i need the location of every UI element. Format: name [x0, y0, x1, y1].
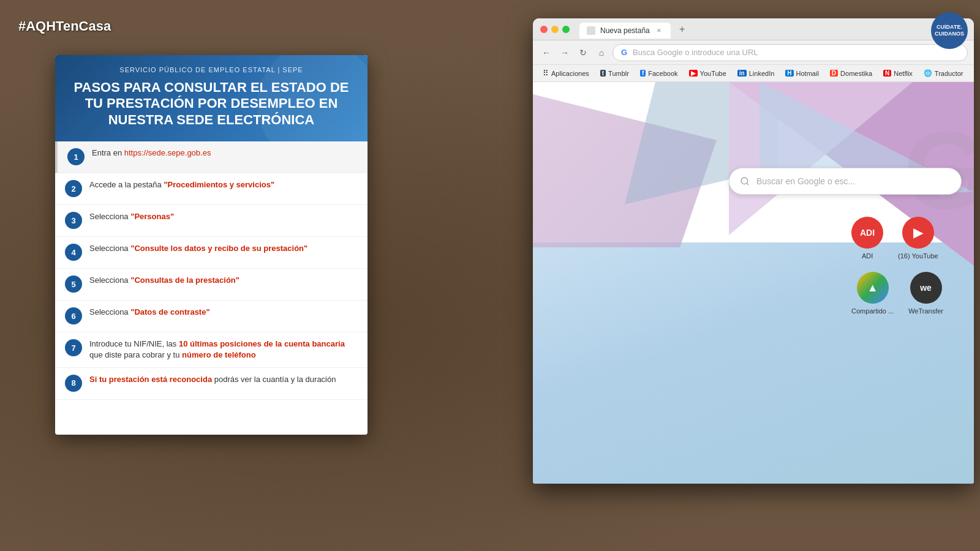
shortcut-wetransfer-label: WeTransfer	[908, 307, 943, 315]
bookmark-youtube[interactable]: ▶ YouTube	[684, 69, 731, 78]
tab-favicon	[587, 26, 595, 35]
shortcuts-container: ADI ADI ▶ (16) YouTube ▲	[851, 217, 943, 315]
shortcut-adi-icon: ADI	[851, 217, 883, 249]
bookmark-tumblr-label: Tumblr	[608, 70, 629, 77]
bookmark-linkedin-label: LinkedIn	[749, 70, 775, 77]
google-search-box[interactable]: Buscar en Google o esc...	[729, 168, 962, 195]
bookmark-ibercaja[interactable]: I Ibercaja	[970, 69, 974, 78]
shortcut-wetransfer-icon: we	[910, 272, 942, 304]
bookmark-traductor[interactable]: 🌐 Traductor	[919, 68, 968, 78]
search-icon	[739, 176, 750, 187]
shortcut-shared-label: Compartido ...	[851, 307, 894, 315]
step-3: 3 Selecciona "Personas"	[55, 205, 368, 237]
step-highlight-3: "Personas"	[130, 212, 174, 221]
browser-toolbar: ← → ↻ ⌂ G Busca Google o introduce una U…	[533, 40, 974, 65]
step-highlight-2: "Procedimientos y servicios"	[164, 180, 274, 189]
bookmark-apps-label: Aplicaciones	[551, 70, 589, 77]
step-number-5: 5	[65, 276, 82, 293]
shortcut-adi-label: ADI	[862, 252, 873, 260]
step-text-1: Entra en https://sede.sepe.gob.es	[92, 148, 358, 159]
cuida-logo: CUÍDATE. CUIDANOS	[931, 12, 968, 49]
bookmark-domestika-label: Domestika	[840, 70, 872, 77]
step-text-2: Accede a la pestaña "Procedimientos y se…	[89, 179, 358, 190]
svg-point-0	[741, 178, 748, 184]
sepe-header: SERVICIO PÚBLICO DE EMPLEO ESTATAL | SEP…	[55, 55, 368, 141]
step-number-4: 4	[65, 244, 82, 261]
browser-titlebar: Nueva pestaña ✕ +	[533, 18, 974, 40]
step-8: 8 Si tu prestación está reconocida podrá…	[55, 368, 368, 400]
close-button[interactable]	[540, 26, 548, 33]
bookmark-apps[interactable]: ⠿ Aplicaciones	[538, 67, 594, 79]
search-engine-icon: G	[619, 48, 629, 58]
step-highlight-5: "Consultas de la prestación"	[130, 276, 239, 285]
shortcut-shared-icon: ▲	[857, 272, 889, 304]
forward-button[interactable]: →	[557, 45, 572, 60]
bookmark-tumblr[interactable]: t Tumblr	[595, 69, 634, 78]
search-placeholder: Buscar en Google o esc...	[756, 176, 951, 186]
browser-content: G Buscar en Google o esc... ADI	[533, 82, 974, 484]
step-text-7: Introduce tu NIF/NIE, las 10 últimas pos…	[89, 339, 358, 361]
step-5: 5 Selecciona "Consultas de la prestación…	[55, 269, 368, 301]
home-button[interactable]: ⌂	[594, 45, 609, 60]
new-tab-button[interactable]: +	[676, 23, 689, 36]
bookmark-netflix[interactable]: N Netflix	[878, 69, 918, 78]
address-text: Busca Google o introduce una URL	[633, 48, 758, 57]
shortcut-wetransfer[interactable]: we WeTransfer	[908, 272, 943, 315]
step-number-7: 7	[65, 339, 82, 356]
traffic-lights	[540, 26, 570, 33]
hashtag-label: #AQHTenCasa	[18, 18, 111, 34]
bookmark-facebook-label: Facebook	[648, 70, 677, 77]
step-number-3: 3	[65, 212, 82, 229]
step-7: 7 Introduce tu NIF/NIE, las 10 últimas p…	[55, 332, 368, 367]
address-bar[interactable]: G Busca Google o introduce una URL	[612, 44, 968, 61]
bookmark-facebook[interactable]: f Facebook	[635, 69, 683, 78]
step-highlight-6: "Datos de contraste"	[130, 307, 209, 317]
step-number-2: 2	[65, 180, 82, 197]
cuida-circle: CUÍDATE. CUIDANOS	[931, 12, 968, 49]
browser-window: Nueva pestaña ✕ + ← → ↻ ⌂ G Busca Google…	[533, 18, 974, 484]
step-number-8: 8	[65, 375, 82, 392]
step-4: 4 Selecciona "Consulte los datos y recib…	[55, 237, 368, 269]
step-link-1[interactable]: https://sede.sepe.gob.es	[124, 148, 211, 157]
cuida-text: CUÍDATE. CUIDANOS	[935, 24, 964, 37]
svg-line-1	[747, 183, 748, 185]
step-2: 2 Accede a la pestaña "Procedimientos y …	[55, 173, 368, 205]
bookmarks-bar: ⠿ Aplicaciones t Tumblr f Facebook ▶ You…	[533, 65, 974, 82]
shortcuts-row-2: ▲ Compartido ... we WeTransfer	[851, 272, 943, 315]
shortcut-youtube[interactable]: ▶ (16) YouTube	[898, 217, 938, 260]
step-text-4: Selecciona "Consulte los datos y recibo …	[89, 243, 358, 254]
step-highlight-4: "Consulte los datos y recibo de su prest…	[130, 244, 307, 253]
bookmark-youtube-label: YouTube	[700, 70, 726, 77]
google-search-area: Buscar en Google o esc...	[729, 168, 962, 195]
step-number-6: 6	[65, 307, 82, 324]
step-text-5: Selecciona "Consultas de la prestación"	[89, 275, 358, 286]
tab-close-button[interactable]: ✕	[655, 26, 663, 35]
step-text-8: Si tu prestación está reconocida podrás …	[89, 374, 358, 385]
bookmark-hotmail[interactable]: H Hotmail	[780, 69, 824, 78]
shortcut-shared[interactable]: ▲ Compartido ...	[851, 272, 894, 315]
shortcut-adi[interactable]: ADI ADI	[851, 217, 883, 260]
refresh-button[interactable]: ↻	[576, 45, 590, 60]
step-number-1: 1	[67, 148, 85, 165]
bookmark-hotmail-label: Hotmail	[796, 70, 819, 77]
shortcut-youtube-label: (16) YouTube	[898, 252, 938, 260]
maximize-button[interactable]	[562, 26, 570, 33]
minimize-button[interactable]	[551, 26, 559, 33]
step-text-6: Selecciona "Datos de contraste"	[89, 307, 358, 318]
step-highlight-8: Si tu prestación está reconocida	[89, 375, 212, 384]
sepe-title: PASOS PARA CONSULTAR EL ESTADO DE TU PRE…	[67, 80, 355, 128]
bookmark-linkedin[interactable]: in LinkedIn	[733, 69, 779, 78]
sepe-steps: 1 Entra en https://sede.sepe.gob.es 2 Ac…	[55, 141, 368, 399]
tab-label: Nueva pestaña	[600, 26, 650, 35]
browser-tab[interactable]: Nueva pestaña ✕	[579, 23, 671, 39]
shortcut-youtube-icon: ▶	[902, 217, 934, 249]
bookmark-traductor-label: Traductor	[935, 70, 963, 77]
bookmark-domestika[interactable]: D Domestika	[825, 69, 877, 78]
step-text-3: Selecciona "Personas"	[89, 211, 358, 222]
sepe-subtitle: SERVICIO PÚBLICO DE EMPLEO ESTATAL | SEP…	[67, 66, 355, 73]
back-button[interactable]: ←	[539, 45, 554, 60]
shortcuts-row-1: ADI ADI ▶ (16) YouTube	[851, 217, 943, 260]
step-1: 1 Entra en https://sede.sepe.gob.es	[55, 141, 368, 173]
sepe-card: SERVICIO PÚBLICO DE EMPLEO ESTATAL | SEP…	[55, 55, 368, 435]
step-highlight-7b: número de teléfono	[182, 350, 256, 359]
